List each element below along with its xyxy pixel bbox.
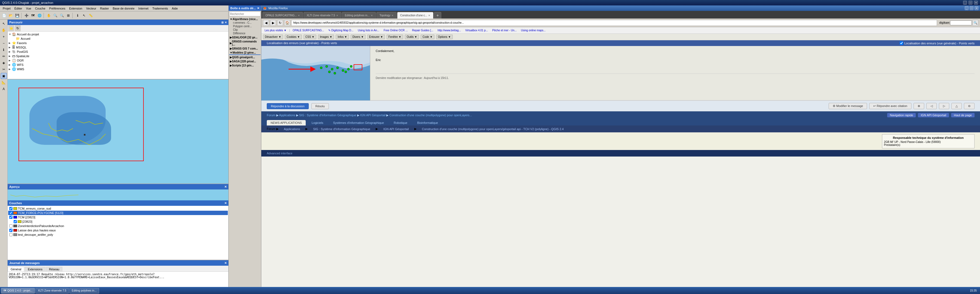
footer-link-applications[interactable]: Applications xyxy=(279,113,295,117)
tool-digitize[interactable]: ✏ xyxy=(1,53,7,59)
bookmark-maps[interactable]: Using online maps... xyxy=(519,28,547,32)
toolbox-item-modele-selected[interactable] xyxy=(229,54,261,55)
add-wms-btn[interactable]: 🌐 xyxy=(37,13,43,19)
tree-item-mssql[interactable]: ▶ 🗄 MSSQL xyxy=(8,45,228,49)
tree-item-spatialite[interactable]: ▶ 🗃 SpatiaLite xyxy=(8,54,228,58)
ign-api-btn[interactable]: IGN API Géoportail xyxy=(918,113,949,117)
save-project-btn[interactable]: 💾 xyxy=(14,13,20,19)
layer-visibility-checkbox[interactable] xyxy=(14,220,17,223)
tab-topology[interactable]: Topology ✕ xyxy=(377,12,397,19)
tool-edit[interactable]: ▣ xyxy=(1,73,7,79)
navtab-bioinformatique[interactable]: Bioinformatique xyxy=(413,120,442,126)
menu-projet[interactable]: Projet xyxy=(1,6,12,11)
infos-btn[interactable]: Infos ▼ xyxy=(336,35,349,39)
journal-tab-reseau[interactable]: Réseau xyxy=(46,267,62,272)
entourer-btn[interactable]: Entourer ▼ xyxy=(367,35,385,39)
layer-tcm-erreurs[interactable]: TCM_erreurs_corse_sud xyxy=(8,207,228,211)
tool-identify[interactable]: ℹ xyxy=(1,47,7,53)
footer-link-sig[interactable]: SIG : Système d'Information Géographique xyxy=(299,113,356,117)
menu-internet[interactable]: Internet xyxy=(137,6,150,11)
tool-split[interactable]: ✂ xyxy=(1,67,7,72)
code-btn[interactable]: Code ▼ xyxy=(421,35,434,39)
map-canvas[interactable]: ⊕ 9°16.961966' E 41°28.700665' N Échelle… xyxy=(8,79,228,183)
identify-btn[interactable]: ℹ xyxy=(75,13,81,19)
css-btn[interactable]: CSS ▼ xyxy=(304,35,316,39)
tab-construction[interactable]: Construction d'une c... ✕ xyxy=(397,12,433,19)
menu-preferences[interactable]: Préférences xyxy=(48,6,67,11)
bookmark-virtualbox[interactable]: Virtualbox 4.01 p... xyxy=(464,28,490,32)
layer-visibility-checkbox[interactable] xyxy=(9,211,13,215)
toolbox-item-polygon[interactable]: Polygon centr... xyxy=(229,24,261,28)
fenetre-btn[interactable]: Fenêtre ▼ xyxy=(387,35,403,39)
bookmark-repair[interactable]: Repair Guides [... xyxy=(410,28,435,32)
toolbox-group-grass-cmd-header[interactable]: ▶GRASS commands (... xyxy=(229,40,261,46)
journal-close[interactable]: ✕ xyxy=(224,261,227,265)
close-button[interactable]: ✕ xyxy=(974,1,978,5)
advanced-interface-label[interactable]: Advanced interface xyxy=(267,152,293,155)
journal-tab-extensions[interactable]: Extensions xyxy=(25,267,45,272)
refresh-btn[interactable]: ↻ xyxy=(15,25,21,31)
layer-test-decoupe[interactable]: test_decoupe_antifer_poly xyxy=(8,232,228,237)
app-applications-link[interactable]: Applications xyxy=(284,127,300,131)
tree-item-wfs[interactable]: ▶ 🌐 WFS xyxy=(8,63,228,67)
bookmark-digitizing[interactable]: ✎ Digitizing Map D... xyxy=(327,28,355,32)
browser-close[interactable]: ✕ xyxy=(975,6,978,10)
menu-vecteur[interactable]: Vecteur xyxy=(84,6,98,11)
layer-laisse[interactable]: Laisse des plus hautes eaux xyxy=(8,228,228,232)
toolbox-item-difference[interactable]: Différence xyxy=(229,32,261,35)
tab-topology-close[interactable]: ✕ xyxy=(391,14,394,17)
browser-maximize[interactable]: □ xyxy=(970,6,974,10)
menu-traitements[interactable]: Traitements xyxy=(151,6,170,11)
app-ign-link[interactable]: IGN API Géoportail xyxy=(383,127,409,131)
reload-button[interactable]: ↻ xyxy=(277,20,283,26)
tab-opale-close[interactable]: ✕ xyxy=(298,14,300,17)
tree-item-accueil-projet[interactable]: ▼ 🏠 Accueil du projet xyxy=(8,32,228,37)
toolbox-group-recent-header[interactable]: ▼Algorithmes (réce... xyxy=(229,17,261,21)
menu-extension[interactable]: Extension xyxy=(67,6,84,11)
icon-btn-1[interactable]: ⊕ xyxy=(913,103,924,109)
forward-button[interactable]: ▶ xyxy=(270,20,276,26)
icon-btn-4[interactable]: △ xyxy=(951,103,962,109)
zoom-out-btn[interactable]: 🔍 xyxy=(59,13,65,19)
taskbar-editing[interactable]: Editing polylines in... xyxy=(69,288,99,294)
tool-node[interactable]: ◈ xyxy=(1,60,7,66)
zoom-full-btn[interactable]: ⊞ xyxy=(65,13,71,19)
cookies-btn[interactable]: Cookies ▼ xyxy=(285,35,302,39)
footer-link-construction[interactable]: Construction d'une couche (multipolygone… xyxy=(390,113,472,117)
icon-btn-3[interactable]: ▷ xyxy=(939,103,949,109)
nav-rapide-btn[interactable]: Navigation rapide xyxy=(887,113,916,117)
toolbox-group-saga-header[interactable]: ▶SAGA [228 géoal... xyxy=(229,60,261,63)
layer-tcm-sub[interactable]: [23823] xyxy=(8,219,228,224)
parcourir-minimize[interactable]: ✕ xyxy=(224,21,227,24)
apercu-close[interactable]: ✕ xyxy=(224,185,227,189)
reply-discussion-btn[interactable]: Répondre à la discussion xyxy=(267,103,309,109)
layer-visibility-checkbox[interactable] xyxy=(9,229,13,232)
haut-page-btn[interactable]: Haut de page xyxy=(951,113,975,117)
menu-couche[interactable]: Couche xyxy=(33,6,47,11)
icon-btn-2[interactable]: ◁ xyxy=(926,103,937,109)
toolbox-item-clip[interactable]: Clip xyxy=(229,28,261,32)
add-raster-btn[interactable]: 🗺 xyxy=(30,13,36,19)
tool-measure[interactable]: 📐 xyxy=(1,79,7,86)
tab-construction-close[interactable]: ✕ xyxy=(428,14,430,17)
minimize-button[interactable]: _ xyxy=(963,1,967,5)
tool-pan[interactable]: ✋ xyxy=(1,27,7,33)
bookmark-using-lists[interactable]: Using lists in An... xyxy=(356,28,381,32)
reply-citation-btn[interactable]: ↩ Répondre avec citation xyxy=(869,103,912,109)
footer-link-forum[interactable]: Forum xyxy=(267,113,275,117)
navtab-logiciels[interactable]: Logiciels xyxy=(308,120,327,126)
layer-tcm-force-polygone[interactable]: TCM_FORCE-POLYGONE [5123] xyxy=(8,211,228,215)
bookmark-bretag[interactable]: http://www.brétag... xyxy=(436,28,463,32)
navtab-robotique[interactable]: Robotique xyxy=(390,120,411,126)
tree-item-ogr[interactable]: ▶ 📋 OGR xyxy=(8,58,228,63)
layer-visibility-checkbox[interactable] xyxy=(9,207,13,210)
open-project-btn[interactable]: 📂 xyxy=(8,13,14,19)
pan-btn[interactable]: ✋ xyxy=(46,13,52,19)
resolved-btn[interactable]: Résolu xyxy=(312,103,329,109)
address-input[interactable] xyxy=(291,20,937,26)
bookmark-peche[interactable]: Pêche et mer - Un... xyxy=(490,28,518,32)
tab-new[interactable]: + xyxy=(434,12,441,19)
select-btn[interactable]: ↖ xyxy=(81,13,87,19)
icon-btn-5[interactable]: ⊖ xyxy=(964,103,975,109)
toolbox-group-modeles-header[interactable]: ▼Modèles [2 géne... xyxy=(229,51,261,54)
